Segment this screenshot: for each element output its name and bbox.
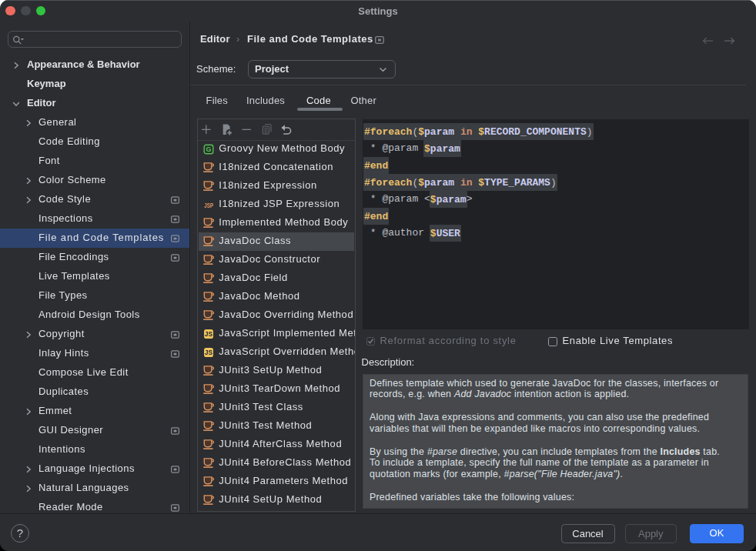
svg-text:JS: JS bbox=[204, 330, 212, 338]
svg-text:G: G bbox=[206, 145, 211, 153]
svg-text:JSP: JSP bbox=[204, 200, 213, 209]
svg-text:JS: JS bbox=[204, 349, 212, 356]
